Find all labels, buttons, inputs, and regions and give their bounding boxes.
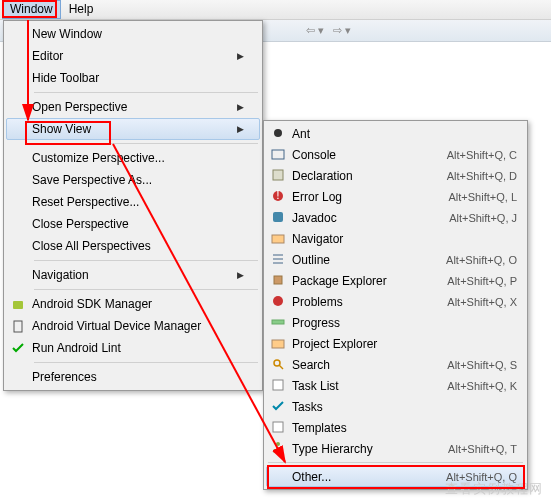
- svg-point-10: [273, 296, 283, 306]
- item-editor[interactable]: Editor▶: [6, 45, 260, 67]
- item-preferences[interactable]: Preferences: [6, 366, 260, 388]
- separator: [34, 289, 258, 290]
- svg-point-18: [273, 449, 277, 453]
- svg-rect-8: [272, 235, 284, 243]
- menubar: Window Help: [0, 0, 551, 20]
- navigator-icon: [271, 231, 287, 247]
- item-open-perspective[interactable]: Open Perspective▶: [6, 96, 260, 118]
- ant-icon: [271, 126, 287, 142]
- separator: [34, 92, 258, 93]
- separator: [34, 362, 258, 363]
- view-javadoc[interactable]: JavadocAlt+Shift+Q, J: [266, 207, 525, 228]
- item-hide-toolbar[interactable]: Hide Toolbar: [6, 67, 260, 89]
- svg-rect-15: [273, 380, 283, 390]
- item-show-view[interactable]: Show View▶: [6, 118, 260, 140]
- view-problems[interactable]: ProblemsAlt+Shift+Q, X: [266, 291, 525, 312]
- android-icon: [10, 296, 26, 312]
- svg-rect-11: [272, 320, 284, 324]
- project-icon: [271, 336, 287, 352]
- device-icon: [10, 318, 26, 334]
- nav-arrows[interactable]: ⇦ ▾ ⇨ ▾: [306, 24, 351, 37]
- view-outline[interactable]: OutlineAlt+Shift+Q, O: [266, 249, 525, 270]
- svg-point-2: [274, 129, 282, 137]
- item-customize[interactable]: Customize Perspective...: [6, 147, 260, 169]
- view-progress[interactable]: Progress: [266, 312, 525, 333]
- view-error-log[interactable]: !Error LogAlt+Shift+Q, L: [266, 186, 525, 207]
- svg-line-14: [279, 365, 283, 369]
- hierarchy-icon: [271, 441, 287, 457]
- view-navigator[interactable]: Navigator: [266, 228, 525, 249]
- separator: [34, 260, 258, 261]
- view-type-hierarchy[interactable]: Type HierarchyAlt+Shift+Q, T: [266, 438, 525, 459]
- item-new-window[interactable]: New Window: [6, 23, 260, 45]
- tasks-icon: [271, 399, 287, 415]
- task-list-icon: [271, 378, 287, 394]
- outline-icon: [271, 252, 287, 268]
- error-log-icon: !: [271, 189, 287, 205]
- item-avd-manager[interactable]: Android Virtual Device Manager: [6, 315, 260, 337]
- menu-help[interactable]: Help: [61, 0, 102, 19]
- view-ant[interactable]: Ant: [266, 123, 525, 144]
- svg-rect-1: [14, 321, 22, 332]
- svg-point-19: [279, 449, 283, 453]
- view-console[interactable]: ConsoleAlt+Shift+Q, C: [266, 144, 525, 165]
- menu-window[interactable]: Window: [2, 0, 61, 19]
- package-icon: [271, 273, 287, 289]
- item-close-all[interactable]: Close All Perspectives: [6, 235, 260, 257]
- show-view-submenu: Ant ConsoleAlt+Shift+Q, C DeclarationAlt…: [263, 120, 528, 490]
- view-package-explorer[interactable]: Package ExplorerAlt+Shift+Q, P: [266, 270, 525, 291]
- view-declaration[interactable]: DeclarationAlt+Shift+Q, D: [266, 165, 525, 186]
- window-dropdown: New Window Editor▶ Hide Toolbar Open Per…: [3, 20, 263, 391]
- svg-rect-9: [274, 276, 282, 284]
- problems-icon: [271, 294, 287, 310]
- svg-rect-7: [273, 212, 283, 222]
- svg-rect-16: [273, 422, 283, 432]
- view-templates[interactable]: Templates: [266, 417, 525, 438]
- svg-point-17: [276, 442, 280, 446]
- console-icon: [271, 147, 287, 163]
- view-tasks[interactable]: Tasks: [266, 396, 525, 417]
- javadoc-icon: [271, 210, 287, 226]
- view-project-explorer[interactable]: Project Explorer: [266, 333, 525, 354]
- item-save-as[interactable]: Save Perspective As...: [6, 169, 260, 191]
- item-reset[interactable]: Reset Perspective...: [6, 191, 260, 213]
- progress-icon: [271, 315, 287, 331]
- svg-rect-4: [273, 170, 283, 180]
- check-icon: [10, 340, 26, 356]
- svg-rect-3: [272, 150, 284, 159]
- declaration-icon: [271, 168, 287, 184]
- separator: [268, 462, 523, 463]
- item-navigation[interactable]: Navigation▶: [6, 264, 260, 286]
- view-other[interactable]: Other...Alt+Shift+Q, Q: [266, 466, 525, 487]
- templates-icon: [271, 420, 287, 436]
- svg-rect-0: [13, 301, 23, 309]
- svg-text:!: !: [276, 189, 279, 202]
- item-run-lint[interactable]: Run Android Lint: [6, 337, 260, 359]
- item-close-perspective[interactable]: Close Perspective: [6, 213, 260, 235]
- view-task-list[interactable]: Task ListAlt+Shift+Q, K: [266, 375, 525, 396]
- separator: [34, 143, 258, 144]
- item-sdk-manager[interactable]: Android SDK Manager: [6, 293, 260, 315]
- view-search[interactable]: SearchAlt+Shift+Q, S: [266, 354, 525, 375]
- search-icon: [271, 357, 287, 373]
- svg-rect-12: [272, 340, 284, 348]
